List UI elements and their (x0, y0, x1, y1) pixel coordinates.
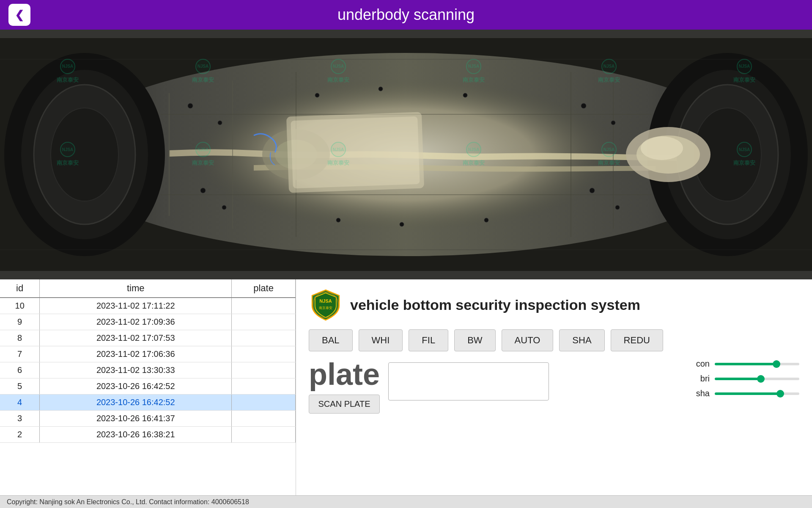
plate-display-area: plate SCAN PLATE (309, 359, 380, 414)
cell-id: 10 (0, 298, 40, 314)
cell-id: 9 (0, 314, 40, 330)
slider-row-con: con (693, 359, 799, 369)
svg-point-24 (222, 205, 226, 210)
cell-plate (232, 427, 296, 443)
cell-time: 2023-10-26 16:41:37 (40, 411, 232, 427)
cell-plate (232, 314, 296, 330)
cell-plate (232, 330, 296, 346)
plate-controls-row: plate SCAN PLATE conbrisha (309, 359, 799, 414)
cell-id: 8 (0, 330, 40, 346)
filter-buttons: BALWHIFILBWAUTOSHAREDU (309, 329, 799, 351)
svg-point-21 (188, 103, 193, 108)
svg-rect-39 (291, 116, 420, 188)
table-row[interactable]: 62023-11-02 13:30:33 (0, 362, 296, 378)
table-body: 102023-11-02 17:11:2292023-11-02 17:09:3… (0, 298, 296, 443)
table-row[interactable]: 72023-11-02 17:06:36 (0, 346, 296, 362)
svg-text:NJSA: NJSA (319, 298, 332, 304)
svg-point-25 (581, 103, 586, 108)
svg-point-27 (590, 188, 595, 193)
svg-point-28 (615, 205, 620, 210)
cell-id: 6 (0, 362, 40, 378)
svg-point-23 (200, 188, 206, 193)
cell-id: 7 (0, 346, 40, 362)
svg-point-33 (379, 87, 383, 91)
filter-button-bw[interactable]: BW (454, 329, 495, 351)
cell-plate (232, 378, 296, 395)
filter-button-fil[interactable]: FIL (409, 329, 448, 351)
svg-point-26 (611, 121, 615, 125)
njsa-logo-svg: NJSA 南京泰安 (309, 288, 343, 322)
underbody-scan-svg (0, 30, 812, 279)
filter-button-auto[interactable]: AUTO (502, 329, 554, 351)
filter-button-redu[interactable]: REDU (611, 329, 663, 351)
cell-time: 2023-10-26 16:38:21 (40, 427, 232, 443)
njsa-logo: NJSA 南京泰安 (309, 288, 343, 322)
svg-point-37 (641, 136, 683, 160)
info-section: NJSA 南京泰安 vehicle bottom security inspec… (296, 279, 812, 495)
filter-button-sha[interactable]: SHA (559, 329, 604, 351)
cell-id: 2 (0, 427, 40, 443)
table-row[interactable]: 52023-10-26 16:42:52 (0, 378, 296, 395)
cell-plate (232, 362, 296, 378)
table-row[interactable]: 102023-11-02 17:11:22 (0, 298, 296, 314)
bottom-panel: id time plate 102023-11-02 17:11:2292023… (0, 279, 812, 495)
col-header-plate: plate (232, 279, 296, 298)
filter-button-whi[interactable]: WHI (359, 329, 403, 351)
svg-point-31 (463, 93, 467, 97)
back-button[interactable]: ❮ (8, 4, 30, 26)
table-section: id time plate 102023-11-02 17:11:2292023… (0, 279, 296, 495)
cell-id: 3 (0, 411, 40, 427)
svg-point-32 (484, 218, 488, 222)
cell-time: 2023-11-02 17:06:36 (40, 346, 232, 362)
footer-text: Copyright: Nanjing sok An Electronics Co… (7, 498, 249, 506)
cell-plate (232, 411, 296, 427)
cell-time: 2023-10-26 16:42:52 (40, 395, 232, 411)
slider-bri[interactable] (715, 378, 799, 380)
cell-id: 4 (0, 395, 40, 411)
back-icon: ❮ (15, 8, 24, 22)
table-row[interactable]: 22023-10-26 16:38:21 (0, 427, 296, 443)
page-title: underbody scanning (337, 6, 475, 24)
slider-row-bri: bri (693, 374, 799, 384)
cell-time: 2023-10-26 16:42:52 (40, 378, 232, 395)
plate-input-field[interactable] (388, 362, 549, 400)
cell-plate (232, 298, 296, 314)
cell-time: 2023-11-02 13:30:33 (40, 362, 232, 378)
slider-label-sha: sha (693, 389, 710, 398)
slider-label-con: con (693, 359, 710, 369)
cell-plate (232, 395, 296, 411)
filter-button-bal[interactable]: BAL (309, 329, 353, 351)
cell-time: 2023-11-02 17:11:22 (40, 298, 232, 314)
cell-id: 5 (0, 378, 40, 395)
svg-rect-40 (0, 271, 812, 279)
cell-time: 2023-11-02 17:07:53 (40, 330, 232, 346)
header: ❮ underbody scanning (0, 0, 812, 30)
svg-point-30 (336, 218, 340, 222)
plate-text: plate (309, 359, 380, 389)
svg-point-6 (51, 108, 118, 201)
col-header-time: time (40, 279, 232, 298)
slider-con[interactable] (715, 363, 799, 365)
cell-plate (232, 346, 296, 362)
scan-image-area: NJSA 南京泰安 NJSA 南京泰安 NJSA 南京泰安 NJSA 南京泰安 … (0, 30, 812, 279)
svg-point-34 (400, 222, 404, 226)
table-row[interactable]: 82023-11-02 17:07:53 (0, 330, 296, 346)
footer: Copyright: Nanjing sok An Electronics Co… (0, 495, 812, 508)
slider-label-bri: bri (693, 374, 710, 384)
svg-text:南京泰安: 南京泰安 (319, 306, 332, 310)
slider-sha[interactable] (715, 392, 799, 395)
svg-point-22 (218, 121, 222, 125)
logo-title-row: NJSA 南京泰安 vehicle bottom security inspec… (309, 288, 799, 322)
system-title: vehicle bottom security inspection syste… (350, 297, 640, 313)
col-header-id: id (0, 279, 40, 298)
cell-time: 2023-11-02 17:09:36 (40, 314, 232, 330)
slider-row-sha: sha (693, 389, 799, 398)
svg-rect-1 (0, 30, 812, 38)
svg-point-29 (315, 93, 319, 97)
table-row[interactable]: 32023-10-26 16:41:37 (0, 411, 296, 427)
table-row[interactable]: 92023-11-02 17:09:36 (0, 314, 296, 330)
sliders-panel: conbrisha (693, 359, 799, 398)
table-row[interactable]: 42023-10-26 16:42:52 (0, 395, 296, 411)
data-table: id time plate 102023-11-02 17:11:2292023… (0, 279, 296, 443)
scan-plate-button[interactable]: SCAN PLATE (309, 395, 380, 414)
